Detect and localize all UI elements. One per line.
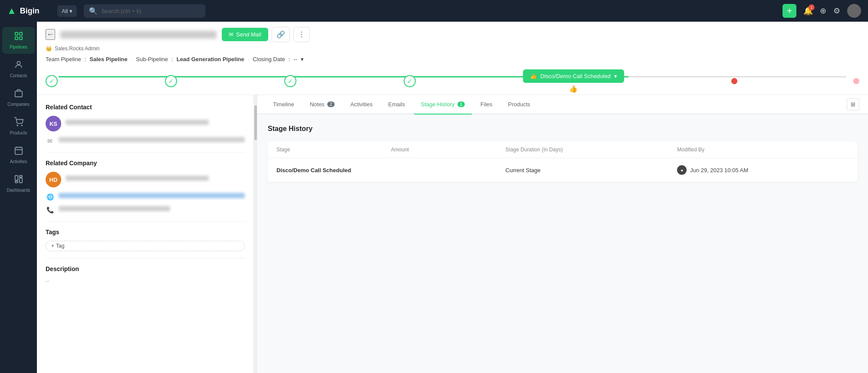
svg-point-4	[17, 62, 20, 65]
tab-products-label: Products	[508, 101, 530, 108]
main-content: ← ✉ Send Mail 🔗 ⋮ 👑 Sales.Rocks Admin Te…	[37, 22, 868, 373]
logo-icon: ▲	[7, 5, 16, 16]
scrollbar-thumb[interactable]	[254, 105, 257, 140]
sidebar-item-activities[interactable]: Activities	[2, 141, 35, 168]
breadcrumb: 👑 Sales.Rocks Admin	[46, 46, 859, 52]
help-button[interactable]: ⊕	[820, 6, 826, 16]
svg-rect-2	[15, 37, 17, 39]
tab-products[interactable]: Products	[501, 95, 537, 115]
tab-notes[interactable]: Notes 2	[303, 95, 342, 115]
notes-badge: 2	[327, 101, 335, 107]
company-website-blurred	[59, 193, 245, 201]
divider-3	[46, 258, 245, 258]
row-stage: Disco/Demo Call Scheduled	[276, 167, 391, 173]
row-duration: Current Stage	[506, 167, 677, 173]
svg-rect-9	[15, 147, 22, 155]
svg-rect-13	[15, 176, 17, 180]
stage-circle-2: ✓	[165, 75, 177, 87]
sidebar-item-contacts[interactable]: Contacts	[2, 56, 35, 82]
right-panel: Timeline Notes 2 Activities Emails Stage…	[257, 95, 868, 373]
stage-table: Stage Amount Stage Duration (In Days) Mo…	[268, 141, 858, 182]
activities-label: Activities	[10, 159, 27, 164]
svg-rect-1	[19, 33, 22, 35]
description-value: --	[46, 278, 245, 284]
divider-1	[46, 152, 245, 153]
col-stage: Stage	[276, 147, 391, 153]
related-company-title: Related Company	[46, 160, 245, 167]
email-blurred	[59, 137, 245, 142]
back-button[interactable]: ←	[46, 29, 55, 40]
sub-pipeline-label: Sub-Pipeline	[136, 56, 168, 62]
svg-rect-16	[19, 176, 22, 177]
company-website-row: 🌐	[46, 193, 245, 201]
search-icon: 🔍	[89, 7, 98, 15]
stage-history-heading: Stage History	[268, 125, 858, 133]
sidebar: Pipelines Contacts Companies Products Ac…	[0, 22, 37, 373]
svg-rect-14	[19, 178, 22, 183]
settings-button[interactable]: ⚙	[833, 6, 840, 16]
company-phone-blurred	[59, 206, 245, 214]
pipeline-breadcrumb: Team Pipeline : Sales Pipeline · Sub-Pip…	[46, 56, 859, 62]
tab-files[interactable]: Files	[473, 95, 499, 115]
stage-node-6	[853, 78, 859, 84]
tag-label: Tag	[56, 243, 64, 249]
tab-timeline[interactable]: Timeline	[266, 95, 301, 115]
two-col-layout: Related Contact KS ✉	[37, 95, 868, 373]
svg-rect-5	[15, 91, 22, 97]
stage-bar: ✓ ✓ ✓ ✓ �	[46, 68, 859, 95]
sidebar-item-pipelines[interactable]: Pipelines	[2, 27, 35, 54]
add-tag-button[interactable]: + Tag	[46, 241, 245, 251]
companies-icon	[14, 88, 23, 100]
tabs-bar: Timeline Notes 2 Activities Emails Stage…	[257, 95, 868, 115]
send-mail-button[interactable]: ✉ Send Mail	[222, 28, 268, 41]
tab-stage-history[interactable]: Stage History 1	[414, 95, 472, 115]
col-modified-by: Modified By	[677, 147, 849, 153]
left-panel-container: Related Contact KS ✉	[37, 95, 257, 373]
scrollbar-area	[254, 95, 257, 373]
stage-dot-pink	[853, 78, 859, 84]
more-button[interactable]: ⋮	[293, 27, 310, 42]
company-row[interactable]: HD	[46, 172, 245, 187]
search-input[interactable]	[101, 8, 188, 14]
sidebar-item-products[interactable]: Products	[2, 113, 35, 140]
contact-avatar: KS	[46, 116, 61, 131]
tab-activities[interactable]: Activities	[343, 95, 379, 115]
related-contact-section: Related Contact KS ✉	[46, 104, 245, 145]
tab-files-label: Files	[480, 101, 492, 108]
sidebar-item-companies[interactable]: Companies	[2, 84, 35, 111]
plus-icon: +	[51, 243, 54, 249]
app-layout: Pipelines Contacts Companies Products Ac…	[0, 22, 868, 373]
stage-circle-1: ✓	[46, 75, 58, 87]
notification-button[interactable]: 🔔 1	[803, 6, 813, 16]
table-row: Disco/Demo Call Scheduled Current Stage …	[268, 158, 858, 182]
contact-email-row: ✉	[46, 137, 245, 145]
all-dropdown[interactable]: All ▾	[57, 5, 77, 17]
sales-pipeline: Sales Pipeline	[89, 56, 127, 62]
collapse-panel-button[interactable]: ⊞	[847, 98, 859, 111]
modified-by-date: Jun 29, 2023 10:05 AM	[690, 167, 748, 173]
closing-date-label: Closing Date	[253, 56, 285, 62]
svg-point-7	[17, 125, 18, 126]
tab-emails[interactable]: Emails	[381, 95, 412, 115]
sidebar-item-dashboards[interactable]: Dashboards	[2, 170, 35, 197]
tab-emails-label: Emails	[388, 101, 405, 108]
globe-icon: 🌐	[46, 193, 54, 201]
contact-email-blurred	[59, 137, 245, 145]
activities-icon	[14, 146, 23, 157]
link-button[interactable]: 🔗	[272, 27, 290, 42]
active-stage-button[interactable]: 👍 Disco/Demo Call Scheduled ▾	[523, 69, 624, 83]
user-avatar[interactable]	[847, 4, 861, 18]
search-area[interactable]: 🔍	[84, 4, 205, 18]
logo: ▲ Bigin	[7, 5, 50, 16]
companies-label: Companies	[7, 102, 30, 107]
closing-date-dropdown-icon[interactable]: ▾	[301, 56, 304, 62]
svg-rect-15	[15, 181, 17, 183]
stage-table-header: Stage Amount Stage Duration (In Days) Mo…	[268, 141, 858, 158]
add-button[interactable]: +	[783, 4, 796, 18]
dashboards-label: Dashboards	[7, 188, 30, 193]
contact-row[interactable]: KS	[46, 116, 245, 131]
colon2: :	[171, 56, 173, 62]
dot2: ·	[248, 56, 250, 62]
stage-nodes: ✓ ✓ ✓ ✓ �	[46, 69, 859, 93]
contact-name-blurred	[66, 120, 209, 125]
